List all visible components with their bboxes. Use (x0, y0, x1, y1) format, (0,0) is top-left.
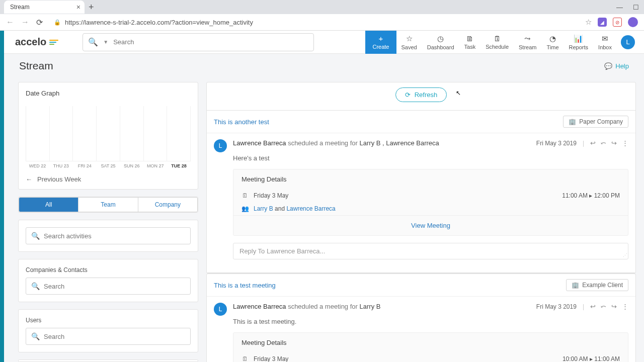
attendee-link[interactable]: Larry B (254, 205, 273, 212)
chat-icon: 💬 (604, 62, 612, 70)
view-meeting-button[interactable]: View Meeting (233, 215, 628, 235)
activity-author[interactable]: Lawrence Barreca (233, 139, 286, 147)
forward-icon[interactable]: → (21, 18, 29, 27)
maximize-icon[interactable]: ☐ (633, 4, 639, 11)
plus-icon: + (379, 34, 383, 43)
refresh-button[interactable]: ⟳ Refresh (395, 87, 447, 102)
nav-time[interactable]: ◔Time (542, 31, 564, 54)
tab-title: Stream (10, 4, 30, 11)
search-icon: 🔍 (31, 332, 40, 340)
companies-label: Companies & Contacts (26, 266, 191, 274)
meeting-details: Meeting Details 🗓 Friday 3 May 10:00 AM … (233, 332, 628, 362)
window-controls: — ☐ (616, 4, 639, 11)
search-icon: 🔍 (31, 282, 40, 290)
calendar-icon: 🗓 (494, 34, 501, 43)
date-graph-chart (26, 106, 191, 161)
building-icon: 🏢 (569, 118, 576, 125)
extension-icon[interactable]: ◢ (598, 18, 607, 27)
new-tab-button[interactable]: + (89, 2, 94, 13)
logo[interactable]: accelo (15, 36, 58, 48)
minimize-icon[interactable]: — (616, 4, 623, 11)
nav-reports[interactable]: 📊Reports (564, 31, 594, 54)
forward-icon[interactable]: ↪ (611, 139, 617, 147)
reply-all-icon[interactable]: ⤺ (601, 303, 606, 310)
tab-team[interactable]: Team (78, 198, 137, 212)
panel-stub (18, 359, 198, 362)
activity-title[interactable]: This is another test (214, 118, 269, 126)
forward-icon[interactable]: ↪ (611, 303, 617, 310)
users-search[interactable]: 🔍 (26, 328, 191, 345)
clipboard-icon: 🗎 (466, 34, 473, 43)
avatar[interactable]: L (214, 303, 227, 316)
address-bar: ← → ⟳ 🔒 https://lawrence-s-trial-2.accel… (0, 14, 644, 31)
browser-tab[interactable]: Stream × (4, 1, 85, 14)
more-icon[interactable]: ⋮ (622, 303, 628, 310)
calendar-icon: 🗓 (242, 355, 249, 362)
url-bar[interactable]: 🔒 https://lawrence-s-trial-2.accelo.com/… (50, 19, 578, 26)
activity-title[interactable]: This is a test meeting (214, 282, 276, 289)
activity-card: This is a test meeting 🏢 Example Client … (206, 274, 636, 362)
search-input[interactable] (113, 38, 308, 46)
previous-week-button[interactable]: ← Previous Week (26, 175, 191, 183)
page-header: Stream 💬 Help (4, 54, 644, 78)
nav-create[interactable]: +Create (365, 31, 396, 54)
users-search-input[interactable] (44, 333, 185, 340)
user-avatar[interactable]: L (621, 35, 635, 49)
activity-date: Fri May 3 2019 (536, 140, 577, 147)
activities-search[interactable]: 🔍 (26, 227, 191, 244)
star-icon: ☆ (406, 34, 413, 43)
search-icon: 🔍 (88, 37, 98, 47)
reload-icon[interactable]: ⟳ (36, 18, 43, 27)
building-icon: 🏢 (572, 282, 579, 289)
activity-tag[interactable]: 🏢 Example Client (566, 279, 628, 291)
help-link[interactable]: 💬 Help (604, 62, 629, 70)
nav-inbox[interactable]: ✉Inbox (593, 31, 617, 54)
cursor-icon: ↖ (456, 89, 461, 97)
refresh-icon: ⟳ (405, 91, 411, 99)
activity-author[interactable]: Lawrence Barreca (233, 303, 286, 310)
global-search[interactable]: 🔍 ▼ (83, 33, 314, 51)
top-nav: accelo 🔍 ▼ +Create ☆Saved ◷Dashboard 🗎Ta… (4, 31, 644, 54)
activity-note: Here's a test (233, 154, 628, 162)
reply-all-icon[interactable]: ⤺ (601, 139, 606, 147)
arrow-left-icon: ← (26, 175, 32, 183)
companies-panel: Companies & Contacts 🔍 (18, 259, 198, 302)
nav-schedule[interactable]: 🗓Schedule (480, 31, 514, 54)
nav-stream[interactable]: ⤳Stream (514, 31, 541, 54)
day-labels: WED 22 THU 23 FRI 24 SAT 25 SUN 26 MON 2… (26, 163, 191, 168)
feed-container: ⟳ Refresh ↖ This is another test 🏢 Paper… (206, 82, 636, 362)
companies-search[interactable]: 🔍 (26, 278, 191, 295)
activity-note: This is a test meeting. (233, 318, 628, 325)
browser-chrome: Stream × + — ☐ ← → ⟳ 🔒 https://lawrence-… (0, 0, 644, 31)
logo-icon (49, 40, 58, 45)
tab-all[interactable]: All (19, 198, 78, 212)
date-graph-title: Date Graph (26, 89, 191, 97)
people-icon: 👥 (242, 205, 249, 212)
activities-search-input[interactable] (44, 232, 185, 240)
attendee-link[interactable]: Lawrence Barreca (286, 205, 335, 212)
url-text: https://lawrence-s-trial-2.accelo.com/?a… (65, 19, 253, 26)
nav-saved[interactable]: ☆Saved (396, 31, 422, 54)
reply-icon[interactable]: ↩ (590, 303, 596, 310)
extension-icon[interactable]: ⊘ (613, 18, 622, 27)
reply-icon[interactable]: ↩ (590, 139, 596, 147)
resize-handle-icon[interactable]: ⋰ (623, 253, 626, 258)
activity-card: This is another test 🏢 Paper Company L L… (207, 110, 635, 273)
tab-company[interactable]: Company (138, 198, 197, 212)
nav-dashboard[interactable]: ◷Dashboard (422, 31, 459, 54)
nav-task[interactable]: 🗎Task (459, 31, 481, 54)
star-icon[interactable]: ☆ (585, 18, 592, 27)
chevron-down-icon[interactable]: ▼ (103, 39, 108, 45)
more-icon[interactable]: ⋮ (622, 139, 628, 147)
meeting-details: Meeting Details 🗓 Friday 3 May 11:00 AM … (233, 169, 628, 236)
browser-profile[interactable] (628, 17, 638, 27)
page-title: Stream (19, 60, 53, 72)
avatar[interactable]: L (214, 139, 227, 152)
close-tab-icon[interactable]: × (76, 3, 80, 11)
companies-search-input[interactable] (44, 283, 185, 290)
clock-icon: ◔ (549, 34, 556, 43)
activity-tag[interactable]: 🏢 Paper Company (563, 116, 628, 128)
users-label: Users (26, 317, 191, 324)
back-icon[interactable]: ← (6, 18, 14, 27)
reply-input[interactable]: Reply To Lawrence Barreca... ⋰ (233, 243, 628, 259)
